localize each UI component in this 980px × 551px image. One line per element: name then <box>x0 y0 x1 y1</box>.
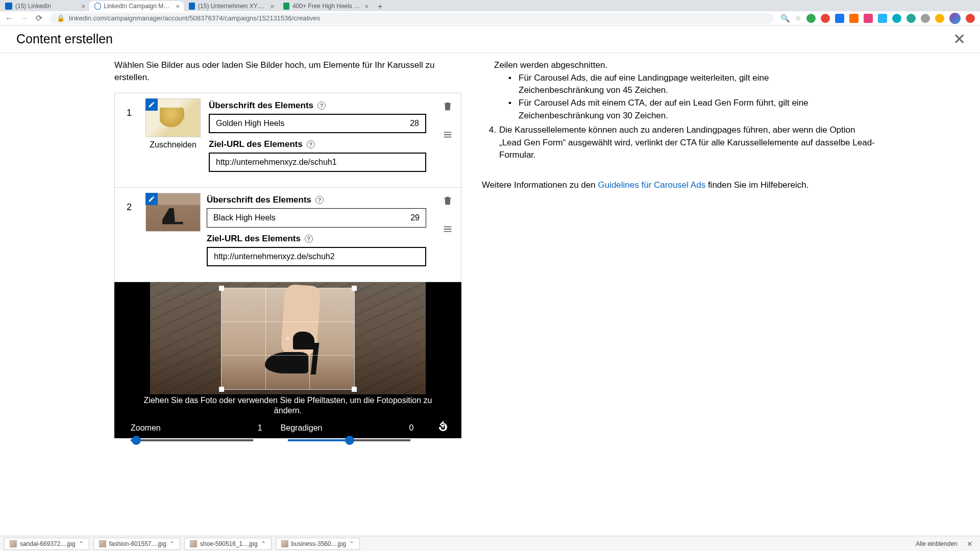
edit-image-button[interactable] <box>145 98 158 111</box>
download-item[interactable]: sandal-669372....jpg ⌃ <box>4 538 89 550</box>
chevron-up-icon[interactable]: ⌃ <box>349 540 354 547</box>
close-icon[interactable]: × <box>270 3 274 10</box>
straighten-slider[interactable] <box>288 439 410 441</box>
chevron-up-icon[interactable]: ⌃ <box>261 540 266 547</box>
resize-handle[interactable] <box>352 286 357 291</box>
forward-button[interactable]: → <box>20 14 29 23</box>
carousel-card: 1 Zuschneiden Überschrift des Elements ? <box>115 93 461 188</box>
extension-icon[interactable] <box>849 14 859 23</box>
extension-icon[interactable] <box>906 14 916 23</box>
download-item[interactable]: fashion-601557....jpg ⌃ <box>93 538 180 550</box>
chevron-up-icon[interactable]: ⌃ <box>169 540 175 547</box>
headline-input-row: 28 <box>209 114 426 133</box>
browser-tab-active[interactable]: LinkedIn Campaign Manager × <box>89 1 184 11</box>
close-icon[interactable]: × <box>364 3 369 10</box>
center-marker-icon: + <box>285 333 291 344</box>
headline-input[interactable] <box>216 119 410 128</box>
trash-icon <box>442 101 453 112</box>
crop-image-content <box>260 337 324 378</box>
address-bar[interactable]: 🔒 linkedin.com/campaignmanager/account/5… <box>50 13 773 24</box>
card-fields: Überschrift des Elements ? 29 Ziel-URL d… <box>207 188 434 282</box>
facebook-icon[interactable] <box>835 14 844 23</box>
reload-button[interactable]: ⟳ <box>36 13 42 23</box>
extension-icon[interactable] <box>864 14 873 23</box>
download-filename: shoe-590516_1....jpg <box>200 540 258 547</box>
help-icon[interactable]: ? <box>305 235 313 243</box>
crop-stage[interactable]: + <box>114 282 461 394</box>
profile-avatar[interactable] <box>949 13 961 24</box>
tab-label: (15) LinkedIn <box>15 3 51 10</box>
tip-bullet: • Für Carousel Ads mit einem CTA, der au… <box>508 97 900 122</box>
card-image-column: Zuschneiden <box>143 93 207 187</box>
crop-label[interactable]: Zuschneiden <box>143 140 203 149</box>
show-all-link[interactable]: Alle einblenden <box>916 540 958 547</box>
headline-input-row: 29 <box>207 208 426 228</box>
close-icon[interactable]: × <box>81 3 85 10</box>
back-button[interactable]: ← <box>5 14 13 23</box>
extension-icon[interactable] <box>935 14 944 23</box>
drag-icon <box>442 223 453 235</box>
delete-button[interactable] <box>442 101 453 114</box>
url-input[interactable] <box>216 158 419 167</box>
close-icon[interactable]: ✕ <box>967 540 973 548</box>
record-icon[interactable] <box>966 14 975 23</box>
resize-handle[interactable] <box>219 387 224 392</box>
url-label: Ziel-URL des Elements ? <box>207 234 426 244</box>
sheets-icon <box>283 3 289 10</box>
tab-label: 400+ Free High Heels & Shoe <box>292 3 362 10</box>
pencil-icon <box>148 101 155 108</box>
browser-tab[interactable]: (15) Unternehmen XYZ: Admi × <box>184 1 278 11</box>
help-icon[interactable]: ? <box>317 102 326 110</box>
new-tab-button[interactable]: + <box>373 2 387 11</box>
help-icon[interactable]: ? <box>315 196 324 204</box>
edit-image-button[interactable] <box>145 193 158 205</box>
url-input[interactable] <box>214 252 419 261</box>
extension-icon[interactable] <box>921 14 930 23</box>
tip-number: 4. <box>482 124 496 162</box>
download-filename: business-3560....jpg <box>291 540 346 547</box>
label-text: Überschrift des Elements <box>207 195 311 205</box>
card-number: 1 <box>115 93 143 187</box>
extension-icon[interactable] <box>821 14 830 23</box>
drag-handle[interactable] <box>442 223 453 237</box>
tip-bullet: • Für Carousel Ads, die auf eine Landing… <box>508 72 900 97</box>
download-item[interactable]: shoe-590516_1....jpg ⌃ <box>184 538 272 550</box>
card-number: 2 <box>115 188 143 282</box>
label-text: Ziel-URL des Elements <box>207 234 301 244</box>
extension-icon[interactable] <box>878 14 887 23</box>
url-text: linkedin.com/campaignmanager/account/508… <box>69 14 320 22</box>
zoom-icon[interactable]: 🔍 <box>780 14 790 23</box>
drag-handle[interactable] <box>442 129 453 142</box>
download-item[interactable]: business-3560....jpg ⌃ <box>276 538 360 550</box>
drag-icon <box>442 129 453 140</box>
chevron-up-icon[interactable]: ⌃ <box>79 540 84 547</box>
carousel-card: 2 Überschrift des Elements ? <box>115 188 461 282</box>
star-icon[interactable]: ☆ <box>795 14 801 22</box>
tip-line: Zeilen werden abgeschnitten. <box>494 59 900 72</box>
close-button[interactable]: ✕ <box>953 30 966 48</box>
image-cropper: + Ziehen Sie das Foto oder verwenden Sie… <box>114 282 461 438</box>
zoom-slider[interactable] <box>131 439 253 441</box>
modal-title: Content erstellen <box>16 32 113 46</box>
resize-handle[interactable] <box>219 286 224 291</box>
toolbar-icons: 🔍 ☆ <box>780 13 975 24</box>
crop-frame[interactable]: + <box>222 288 354 389</box>
headline-input[interactable] <box>213 213 410 222</box>
resize-handle[interactable] <box>352 387 357 392</box>
linkedin-icon <box>189 3 195 10</box>
left-column: Wählen Sie Bilder aus oder laden Sie Bil… <box>114 59 465 536</box>
help-icon[interactable]: ? <box>307 140 315 148</box>
reset-button[interactable] <box>437 421 449 435</box>
delete-button[interactable] <box>442 195 453 208</box>
headline-label: Überschrift des Elements ? <box>207 195 426 205</box>
browser-tab[interactable]: 400+ Free High Heels & Shoe × <box>278 1 373 11</box>
tab-label: (15) Unternehmen XYZ: Admi <box>198 3 267 10</box>
close-icon[interactable]: × <box>176 3 180 10</box>
extension-icon[interactable] <box>806 14 816 23</box>
extension-icon[interactable] <box>892 14 901 23</box>
guidelines-link[interactable]: Guidelines für Carousel Ads <box>598 180 705 190</box>
more-info-pre: Weitere Informationen zu den <box>482 180 598 190</box>
browser-tab[interactable]: (15) LinkedIn × <box>0 1 89 11</box>
zoom-value: 1 <box>258 423 262 433</box>
headline-label: Überschrift des Elements ? <box>209 101 426 111</box>
